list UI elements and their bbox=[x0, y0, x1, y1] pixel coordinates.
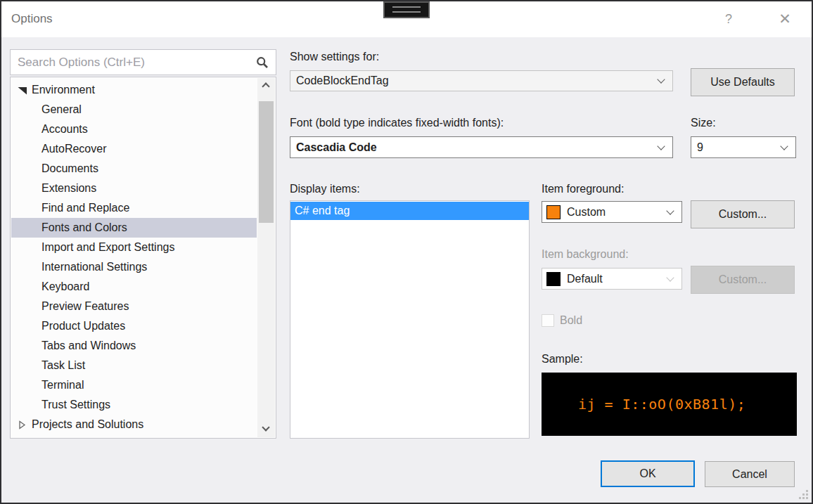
tree-item-label: Terminal bbox=[41, 379, 84, 392]
tree-item-preview-features[interactable]: Preview Features bbox=[11, 297, 257, 316]
tree-item-label: Task List bbox=[41, 359, 85, 372]
size-value: 9 bbox=[691, 141, 703, 154]
tree-item-tabs-and-windows[interactable]: Tabs and Windows bbox=[11, 336, 257, 356]
font-label: Font (bold type indicates fixed-width fo… bbox=[290, 117, 504, 129]
search-box bbox=[10, 49, 276, 75]
tree-item-autorecover[interactable]: AutoRecover bbox=[11, 139, 257, 159]
tree-item-label: International Settings bbox=[41, 261, 147, 273]
tree-item-projects-and-solutions[interactable]: Projects and Solutions bbox=[11, 415, 257, 434]
tree-item-environment[interactable]: Environment bbox=[11, 80, 257, 100]
show-settings-value: CodeBlockEndTag bbox=[290, 75, 389, 87]
custom-background-button: Custom... bbox=[691, 266, 795, 294]
options-tree-panel: EnvironmentGeneralAccountsAutoRecoverDoc… bbox=[10, 77, 276, 439]
tree-item-international-settings[interactable]: International Settings bbox=[11, 257, 257, 277]
capture-artifact bbox=[383, 1, 430, 18]
options-tree: EnvironmentGeneralAccountsAutoRecoverDoc… bbox=[11, 80, 257, 434]
sample-label: Sample: bbox=[542, 353, 583, 366]
bold-checkbox-label: Bold bbox=[560, 314, 582, 327]
close-icon[interactable]: ✕ bbox=[775, 9, 795, 29]
tree-item-label: Projects and Solutions bbox=[32, 418, 143, 431]
tree-item-keyboard[interactable]: Keyboard bbox=[11, 277, 257, 297]
show-settings-combo[interactable]: CodeBlockEndTag bbox=[290, 70, 673, 91]
tree-item-find-and-replace[interactable]: Find and Replace bbox=[11, 198, 257, 218]
tree-item-label: General bbox=[41, 103, 82, 116]
tree-item-label: AutoRecover bbox=[41, 143, 107, 155]
tree-item-label: Preview Features bbox=[41, 300, 129, 313]
display-item[interactable]: C# end tag bbox=[290, 202, 529, 220]
tree-item-extensions[interactable]: Extensions bbox=[11, 179, 257, 198]
use-defaults-button[interactable]: Use Defaults bbox=[691, 68, 795, 96]
tree-item-general[interactable]: General bbox=[11, 100, 257, 119]
tree-item-label: Tabs and Windows bbox=[41, 340, 136, 352]
foreground-color-swatch bbox=[546, 205, 561, 219]
bold-checkbox bbox=[542, 314, 554, 327]
scroll-up-icon[interactable] bbox=[257, 78, 275, 93]
scroll-down-icon[interactable] bbox=[257, 422, 275, 437]
sample-code-text: ij = I::oO(0xB81l); bbox=[542, 396, 745, 413]
tree-item-accounts[interactable]: Accounts bbox=[11, 119, 257, 139]
ok-button[interactable]: OK bbox=[601, 460, 695, 487]
tree-item-label: Fonts and Colors bbox=[41, 221, 127, 234]
tree-item-product-updates[interactable]: Product Updates bbox=[11, 316, 257, 336]
tree-item-fonts-and-colors[interactable]: Fonts and Colors bbox=[11, 218, 257, 238]
window-title: Options bbox=[11, 12, 53, 26]
tree-scrollbar[interactable] bbox=[257, 78, 275, 437]
custom-foreground-button[interactable]: Custom... bbox=[691, 200, 795, 228]
item-foreground-combo[interactable]: Custom bbox=[542, 201, 682, 223]
bold-checkbox-row: Bold bbox=[542, 314, 582, 327]
tree-item-label: Import and Export Settings bbox=[41, 241, 174, 254]
chevron-down-icon bbox=[666, 273, 674, 281]
resize-grip[interactable] bbox=[800, 491, 808, 499]
tree-item-terminal[interactable]: Terminal bbox=[11, 375, 257, 395]
tree-item-label: Environment bbox=[32, 84, 95, 96]
tree-item-documents[interactable]: Documents bbox=[11, 159, 257, 179]
sample-preview: ij = I::oO(0xB81l); bbox=[542, 373, 797, 436]
item-background-combo: Default bbox=[542, 268, 682, 290]
tree-item-import-and-export-settings[interactable]: Import and Export Settings bbox=[11, 238, 257, 257]
tree-item-task-list[interactable]: Task List bbox=[11, 356, 257, 375]
font-combo[interactable]: Cascadia Code bbox=[290, 136, 673, 158]
expanded-triangle-icon[interactable] bbox=[18, 87, 27, 95]
background-color-swatch bbox=[546, 272, 561, 286]
chevron-down-icon bbox=[780, 142, 788, 150]
options-dialog: Options ? ✕ EnvironmentGeneralAccountsAu… bbox=[0, 0, 813, 504]
font-value: Cascadia Code bbox=[290, 141, 377, 154]
tree-item-label: Keyboard bbox=[41, 280, 90, 293]
tree-item-label: Extensions bbox=[41, 182, 96, 195]
size-combo[interactable]: 9 bbox=[691, 136, 796, 158]
tree-item-label: Trust Settings bbox=[41, 399, 110, 411]
cancel-button[interactable]: Cancel bbox=[705, 461, 795, 487]
search-icon bbox=[256, 56, 269, 72]
show-settings-label: Show settings for: bbox=[290, 51, 379, 63]
item-foreground-value: Custom bbox=[561, 206, 606, 219]
help-icon[interactable]: ? bbox=[720, 11, 737, 27]
scrollbar-thumb[interactable] bbox=[259, 101, 274, 223]
chevron-down-icon bbox=[666, 207, 674, 214]
item-background-value: Default bbox=[561, 273, 603, 285]
item-background-label: Item background: bbox=[542, 248, 629, 261]
tree-item-label: Product Updates bbox=[41, 320, 125, 332]
tree-item-label: Documents bbox=[41, 162, 98, 175]
chevron-down-icon bbox=[657, 75, 665, 83]
display-items-list: C# end tag bbox=[290, 200, 530, 439]
collapsed-triangle-icon[interactable] bbox=[18, 420, 27, 429]
tree-item-label: Find and Replace bbox=[41, 202, 129, 214]
search-input[interactable] bbox=[18, 50, 250, 75]
size-label: Size: bbox=[691, 117, 716, 129]
chevron-down-icon bbox=[657, 142, 665, 150]
display-items-label: Display items: bbox=[290, 183, 360, 195]
tree-item-label: Accounts bbox=[41, 123, 88, 136]
item-foreground-label: Item foreground: bbox=[542, 183, 624, 195]
tree-item-trust-settings[interactable]: Trust Settings bbox=[11, 395, 257, 415]
